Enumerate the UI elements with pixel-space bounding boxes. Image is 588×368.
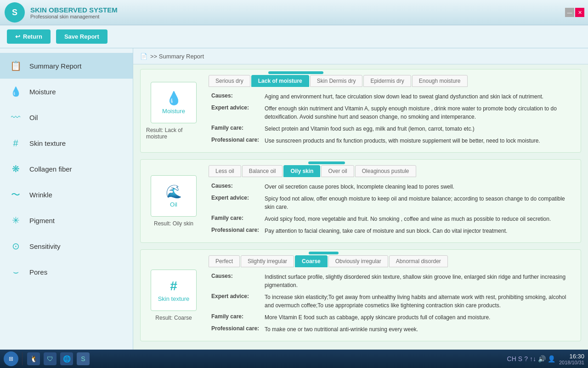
active-app-icon[interactable]: S [77,352,90,365]
return-label: Return [23,33,42,40]
user-icon: 👤 [548,355,555,362]
info-key: Professional care: [209,323,262,335]
sidebar-item-pigment[interactable]: ✳ Pigment [0,207,133,233]
category-box-skin-texture: # Skin texture [151,270,197,311]
info-key: Expert advice: [209,103,262,123]
info-key: Causes: [209,91,262,103]
info-value: Spicy food not allow, offer enough moist… [262,193,575,213]
sidebar-label-summary: Summary Report [29,62,81,70]
content-area: 📄 >> Summary Report 💧 Moisture Result: L… [133,48,588,350]
tab-slightly-irregular[interactable]: Slightly irregular [241,255,294,267]
tab-indicator-skin-texture [309,252,339,254]
titlebar-left: S SKIN OBSERVED SYSTEM Professional skin… [0,2,118,23]
sidebar-icon-skin-texture: # [8,136,23,150]
minimize-button[interactable]: — [565,8,574,17]
info-row: Expert advice: To increase skin elastici… [209,291,575,311]
logo-letter: S [12,8,17,17]
breadcrumb-text: >> Summary Report [150,53,204,60]
info-row: Family care: Avoid spicy food, more vege… [209,213,575,225]
volume-icon: 🔊 [538,355,546,362]
clock-time: 16:30 [559,353,584,360]
tab-serious-dry[interactable]: Serious dry [209,75,250,87]
sidebar-icon-moisture: 💧 [8,84,23,99]
info-row: Professional care: Use sunscreen product… [209,135,575,147]
sidebar: 📋 Summary Report 💧 Moisture 〰 Oil # Skin… [0,48,133,350]
section-left-moisture: 💧 Moisture Result: Lack of moisture [146,75,201,147]
breadcrumb-icon: 📄 [140,53,147,60]
tab-less-oil[interactable]: Less oil [209,165,241,177]
report-section-oil: 🌊 Oil Result: Oily skin Less oilBalance … [140,159,581,243]
section-left-oil: 🌊 Oil Result: Oily skin [146,165,201,237]
help-icon: ? [524,355,528,362]
category-box-moisture: 💧 Moisture [151,82,197,123]
info-row: Family care: More Vitamin E food such as… [209,311,575,323]
report-section-moisture: 💧 Moisture Result: Lack of moisture Seri… [140,69,581,153]
return-icon: ↩ [15,33,20,40]
sidebar-item-skin-texture[interactable]: # Skin texture [0,130,133,156]
taskbar: ⊞ 🐧 🛡 🌐 S CH S ? ↑↓ 🔊 👤 16:30 2018/10/31 [0,350,588,368]
info-row: Expert advice: Spicy food not allow, off… [209,193,575,213]
sidebar-item-pores[interactable]: ⌣ Pores [0,259,133,285]
info-value: Aging and environment hurt, face circula… [262,91,575,103]
taskbar-icon-3[interactable]: 🌐 [60,352,73,365]
breadcrumb: 📄 >> Summary Report [133,48,588,64]
sidebar-label-pigment: Pigment [29,217,55,224]
tab-section-oil: Less oilBalance oilOily skinOver oilOlea… [209,165,575,237]
report-scroll[interactable]: 💧 Moisture Result: Lack of moisture Seri… [133,64,588,350]
tab-over-oil[interactable]: Over oil [321,165,354,177]
tab-skin-dermis-dry[interactable]: Skin Dermis dry [310,75,363,87]
tab-perfect[interactable]: Perfect [209,255,240,267]
taskbar-icon-2[interactable]: 🛡 [44,352,57,365]
tab-epidermis-dry[interactable]: Epidermis dry [363,75,411,87]
sidebar-icon-collagen: ❋ [8,161,23,176]
result-label-oil: Result: Oily skin [154,220,193,227]
toolbar: ↩ Return Save Report [0,25,588,48]
clock-date: 2018/10/31 [559,360,584,365]
antivirus-icon: S [518,355,522,362]
info-row: Professional care: To make one or two nu… [209,323,575,335]
sidebar-icon-pigment: ✳ [8,213,23,228]
sidebar-item-wrinkle[interactable]: 〜 Wrinkle [0,182,133,207]
info-value: Select protein and Vitamin food such as … [262,123,575,135]
tab-obviously-irregular[interactable]: Obviously irregular [328,255,388,267]
info-key: Causes: [209,181,262,193]
sidebar-item-collagen[interactable]: ❋ Collagen fiber [0,156,133,182]
sidebar-icon-sensitivity: ⊙ [8,239,23,253]
sidebar-label-skin-texture: Skin texture [29,139,66,147]
section-inner-moisture: 💧 Moisture Result: Lack of moisture Seri… [146,75,575,147]
tab-abnormal-disorder[interactable]: Abnormal disorder [389,255,448,267]
tab-bar-moisture: Serious dryLack of moistureSkin Dermis d… [209,75,575,87]
sidebar-icon-pores: ⌣ [8,264,23,279]
tab-oily-skin[interactable]: Oily skin [283,165,320,177]
tab-coarse[interactable]: Coarse [295,255,328,267]
sidebar-icon-oil: 〰 [8,110,23,125]
taskbar-icon-1[interactable]: 🐧 [27,352,40,365]
return-button[interactable]: ↩ Return [7,29,51,44]
tab-balance-oil[interactable]: Balance oil [242,165,283,177]
info-key: Expert advice: [209,291,262,311]
app-name: SKIN OBSERVED SYSTEM [30,6,118,14]
app-subtitle: Professional skin management [30,14,118,19]
sidebar-icon-summary: 📋 [8,58,23,73]
info-row: Professional care: Pay attention to faci… [209,225,575,237]
sidebar-item-sensitivity[interactable]: ⊙ Sensitivity [0,233,133,259]
info-key: Professional care: [209,135,262,147]
close-button[interactable]: ✕ [575,8,584,17]
info-value: Offer enough skin nutriment and Vitamin … [262,103,575,123]
sidebar-item-summary[interactable]: 📋 Summary Report [0,53,133,79]
save-report-button[interactable]: Save Report [56,29,107,44]
sidebar-item-oil[interactable]: 〰 Oil [0,104,133,130]
info-row: Causes: Aging and environment hurt, face… [209,91,575,103]
tab-lack-of-moisture[interactable]: Lack of moisture [251,75,309,87]
sidebar-item-moisture[interactable]: 💧 Moisture [0,79,133,104]
tab-oleaginous-pustule[interactable]: Oleaginous pustule [355,165,416,177]
start-button[interactable]: ⊞ [4,351,18,366]
info-table-moisture: Causes: Aging and environment hurt, face… [209,91,575,147]
tab-enough-moisture[interactable]: Enough moisture [412,75,468,87]
category-icon-moisture: 💧 [166,91,182,106]
app-title-block: SKIN OBSERVED SYSTEM Professional skin m… [30,6,118,19]
lang-icon: CH [507,355,516,362]
sidebar-label-sensitivity: Sensitivity [29,242,61,250]
info-value: Indistinct surface profile, slightly dis… [262,271,575,291]
sys-icons: CH S ? ↑↓ 🔊 👤 [507,355,555,362]
